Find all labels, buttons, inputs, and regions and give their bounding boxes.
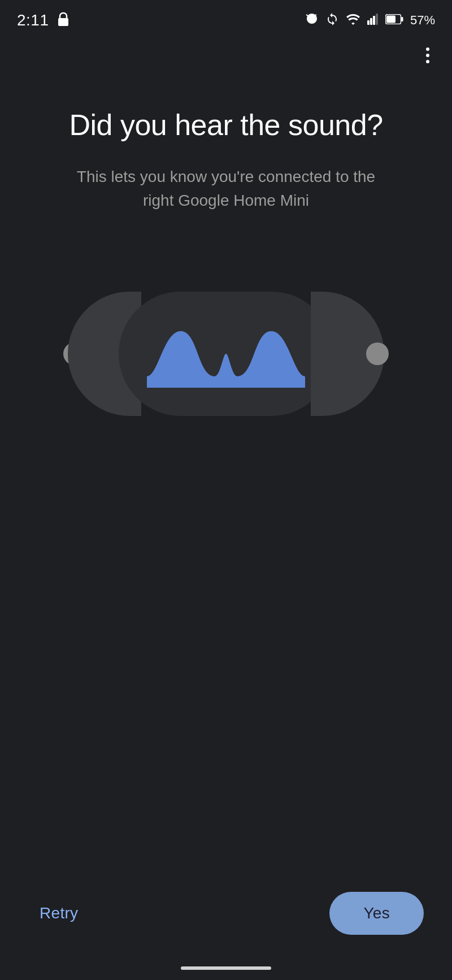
device-illustration <box>0 269 452 439</box>
status-time: 2:11 <box>17 11 49 29</box>
more-dot-1 <box>426 47 429 51</box>
more-menu-button[interactable] <box>420 42 435 69</box>
status-icons: 57% <box>305 12 435 28</box>
more-dot-2 <box>426 54 429 57</box>
page-heading: Did you hear the sound? <box>69 109 383 142</box>
status-bar: 2:11 <box>0 0 452 36</box>
battery-percent: 57% <box>410 13 435 28</box>
yes-button[interactable]: Yes <box>329 892 424 935</box>
retry-button[interactable]: Retry <box>28 895 89 931</box>
wifi-icon <box>346 14 360 27</box>
sync-icon <box>325 12 339 28</box>
bottom-actions: Retry Yes <box>0 892 452 935</box>
svg-rect-1 <box>367 20 370 25</box>
svg-rect-3 <box>373 16 375 25</box>
top-actions <box>0 36 452 75</box>
svg-rect-2 <box>370 18 372 25</box>
device-body <box>68 292 384 416</box>
svg-rect-4 <box>376 14 378 25</box>
page-subtext: This lets you know you're connected to t… <box>62 165 390 213</box>
alarm-icon <box>305 12 319 28</box>
svg-rect-7 <box>386 16 395 23</box>
battery-icon <box>385 14 403 27</box>
device-right-dot <box>366 342 389 365</box>
sound-wave-icon <box>136 309 316 399</box>
main-content: Did you hear the sound? This lets you kn… <box>0 75 452 213</box>
lock-icon <box>57 12 69 29</box>
home-indicator <box>181 966 271 970</box>
more-dot-3 <box>426 60 429 63</box>
svg-rect-6 <box>401 17 403 21</box>
signal-icon <box>367 14 379 27</box>
svg-rect-0 <box>58 18 68 26</box>
